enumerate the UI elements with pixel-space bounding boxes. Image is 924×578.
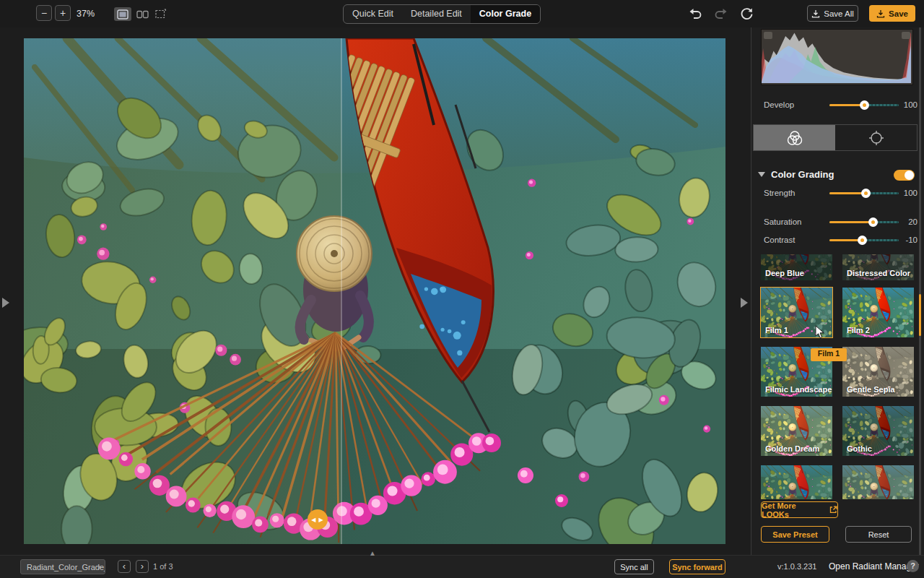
sync-all-label: Sync all xyxy=(620,563,648,571)
crosshair-icon xyxy=(867,129,886,147)
get-more-looks-button[interactable]: Get More LOOKs xyxy=(761,501,838,518)
develop-label: Develop xyxy=(764,100,794,109)
contrast-value: -10 xyxy=(893,236,918,244)
preset-file-name: Radiant_Color_Grade_ xyxy=(27,563,105,571)
tab-detailed-edit[interactable]: Detailed Edit xyxy=(402,5,471,23)
preset-thumb-film-2[interactable]: Film 2 xyxy=(842,288,914,337)
develop-slider-knob[interactable] xyxy=(860,100,869,110)
mouse-cursor xyxy=(815,325,825,340)
preset-label: Gothic xyxy=(847,444,872,453)
edit-mode-tabs: Quick Edit Detailed Edit Color Grade xyxy=(343,4,541,24)
crop-view-button[interactable] xyxy=(152,7,169,21)
contrast-slider-knob[interactable] xyxy=(858,236,867,245)
save-all-button[interactable]: Save All xyxy=(807,5,858,22)
develop-slider-row: Develop 100 xyxy=(751,98,924,113)
sync-all-button[interactable]: Sync all xyxy=(614,559,654,574)
strength-slider-knob[interactable] xyxy=(861,189,871,198)
strength-slider[interactable] xyxy=(829,192,899,194)
version-label: v:1.0.3.231 xyxy=(777,562,816,571)
preset-label: Gentle Sepia xyxy=(847,385,895,394)
saturation-slider[interactable] xyxy=(829,221,899,223)
open-radiant-manager-link[interactable]: Open Radiant Manager xyxy=(829,561,919,571)
save-label: Save xyxy=(889,9,908,18)
section-collapse-icon[interactable] xyxy=(758,172,765,177)
saturation-slider-knob[interactable] xyxy=(868,217,878,227)
sync-forward-button[interactable]: Sync forward xyxy=(669,559,725,574)
undo-icon xyxy=(688,7,702,20)
contrast-slider-row: Contrast -10 xyxy=(751,233,924,248)
get-more-looks-label: Get More LOOKs xyxy=(762,501,825,519)
highlight-clipping-button[interactable] xyxy=(902,32,910,39)
toolbar: − + 37% Quick Edit Detailed Edit Color G… xyxy=(0,0,924,28)
preset-thumb-gentle-sepia[interactable]: Gentle Sepia xyxy=(842,347,914,397)
preset-label: Film 2 xyxy=(847,326,870,335)
preset-thumb-distressed-color[interactable]: Distressed Color xyxy=(842,254,914,280)
preset-thumb-gothic[interactable]: Gothic xyxy=(842,406,914,456)
scrollbar-thumb[interactable] xyxy=(919,294,921,336)
sidebar-scrollbar[interactable] xyxy=(919,27,921,578)
preset-thumb-deep-blue[interactable]: Deep Blue xyxy=(761,254,832,280)
saturation-value: 20 xyxy=(893,217,918,226)
save-button[interactable]: Save xyxy=(869,5,915,22)
right-sidebar: Develop 100 Color xyxy=(751,27,924,555)
chevron-down-icon: ▾ xyxy=(97,560,101,574)
develop-value: 100 xyxy=(893,100,918,109)
expand-left-panel-icon[interactable] xyxy=(2,298,9,308)
panel-tab-color-wheels[interactable] xyxy=(754,125,835,150)
single-view-button[interactable] xyxy=(114,7,131,21)
strength-slider-row: Strength 100 xyxy=(751,186,924,201)
preset-label: Film 1 xyxy=(765,326,788,335)
develop-slider[interactable] xyxy=(829,104,899,106)
save-preset-label: Save Preset xyxy=(772,530,817,539)
preset-tooltip: Film 1 xyxy=(811,348,847,361)
saturation-label: Saturation xyxy=(764,217,801,226)
histogram[interactable] xyxy=(761,29,913,85)
scroll-up-icon[interactable]: ▲ xyxy=(369,549,376,557)
tab-quick-edit[interactable]: Quick Edit xyxy=(344,5,402,23)
contrast-label: Contrast xyxy=(764,236,795,244)
expand-right-panel-icon[interactable] xyxy=(741,298,748,308)
download-icon xyxy=(876,9,885,18)
preset-file-dropdown[interactable]: Radiant_Color_Grade_ ▾ xyxy=(20,559,105,574)
zoom-out-button[interactable]: − xyxy=(36,5,52,21)
download-icon xyxy=(811,9,820,18)
app-window: − + 37% Quick Edit Detailed Edit Color G… xyxy=(0,0,924,578)
reset-button[interactable]: Reset xyxy=(845,526,912,543)
preset-thumb-golden-dream[interactable]: Golden Dream xyxy=(761,406,832,456)
tab-color-grade[interactable]: Color Grade xyxy=(471,5,540,23)
undo-button[interactable] xyxy=(687,6,703,22)
shadow-clipping-button[interactable] xyxy=(764,32,772,39)
split-view-icon xyxy=(136,10,149,19)
preset-label: Golden Dream xyxy=(765,444,819,453)
saturation-slider-row: Saturation 20 xyxy=(751,215,924,230)
color-grading-toggle[interactable] xyxy=(894,170,915,181)
sync-forward-label: Sync forward xyxy=(672,563,723,571)
preset-thumb-partial-right[interactable] xyxy=(842,465,914,499)
photo-preview[interactable] xyxy=(24,38,725,544)
save-preset-button[interactable]: Save Preset xyxy=(761,526,829,543)
zoom-in-button[interactable]: + xyxy=(55,5,71,21)
preset-label: Filmic Landscape xyxy=(765,385,832,394)
before-tint-overlay xyxy=(24,38,341,544)
main-canvas: ◀ ▶ xyxy=(0,27,751,555)
redo-icon xyxy=(714,7,728,20)
reset-edits-button[interactable] xyxy=(738,6,754,22)
panel-tab-targeted[interactable] xyxy=(835,125,917,150)
redo-button[interactable] xyxy=(713,6,729,22)
before-after-handle[interactable]: ◀ ▶ xyxy=(308,509,328,530)
strength-label: Strength xyxy=(764,189,795,197)
next-image-button[interactable]: › xyxy=(136,560,149,573)
color-grading-title: Color Grading xyxy=(771,169,834,180)
previous-image-button[interactable]: ‹ xyxy=(118,560,131,573)
help-button[interactable]: ? xyxy=(907,560,919,572)
preset-label: Deep Blue xyxy=(765,269,804,277)
save-all-label: Save All xyxy=(824,9,854,18)
split-view-button[interactable] xyxy=(134,7,151,21)
contrast-slider[interactable] xyxy=(829,239,899,241)
external-link-icon xyxy=(829,506,837,514)
zoom-level: 37% xyxy=(77,9,95,19)
reset-label: Reset xyxy=(868,530,889,539)
panel-tabs xyxy=(753,124,918,151)
color-wheels-icon xyxy=(785,129,804,147)
preset-thumb-partial-left[interactable] xyxy=(761,465,832,499)
